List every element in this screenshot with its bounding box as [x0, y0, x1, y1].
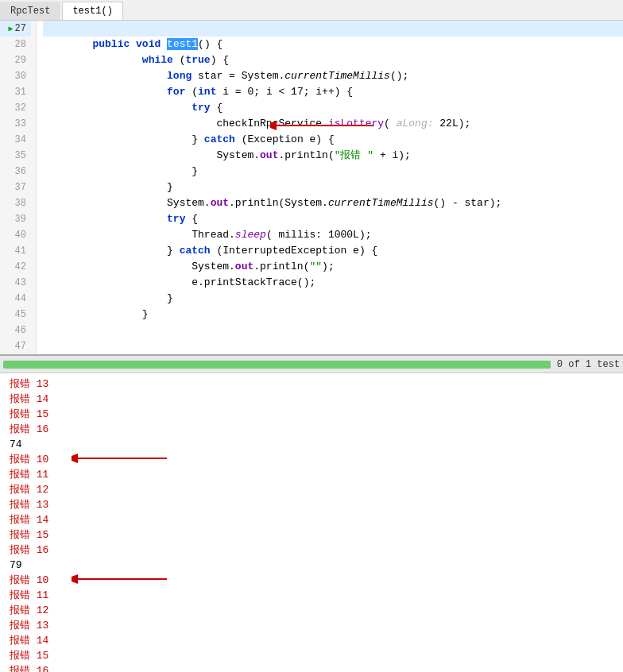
line-num-36: 36 — [0, 164, 31, 180]
line-num-41: 41 — [0, 243, 31, 259]
console-line-8: 报错 13 — [10, 497, 613, 512]
line-num-35: 35 — [0, 148, 31, 164]
line-num-37: 37 — [0, 180, 31, 195]
progress-bar-fill — [3, 361, 551, 369]
line-numbers: ▶27 28 29 30 31 32 33 34 35 36 37 38 39 … — [0, 21, 37, 354]
console-line-13: 报错 10 — [10, 573, 613, 588]
console-line-12: 79 — [10, 558, 613, 573]
code-line-27: public void test1() { — [43, 21, 623, 37]
tab-test1[interactable]: test1() — [62, 2, 122, 20]
progress-bar-track — [3, 361, 551, 369]
console-line-18: 报错 15 — [10, 648, 613, 663]
line-num-29: 29 — [0, 52, 31, 68]
code-editor: ▶27 28 29 30 31 32 33 34 35 36 37 38 39 … — [0, 21, 623, 356]
line-num-46: 46 — [0, 322, 31, 338]
line-num-40: 40 — [0, 227, 31, 243]
line-num-47: 47 — [0, 338, 31, 354]
line-num-32: 32 — [0, 100, 31, 116]
line-num-39: 39 — [0, 211, 31, 227]
line-num-33: 33 — [0, 116, 31, 132]
line-num-45: 45 — [0, 307, 31, 322]
console-line-4: 74 — [10, 437, 613, 452]
line-num-27: ▶27 — [0, 21, 31, 37]
line-num-30: 30 — [0, 68, 31, 84]
console-line-15: 报错 12 — [10, 603, 613, 618]
console-lines: 报错 13报错 14报错 15报错 1674报错 10报错 11报错 12报错 … — [10, 377, 613, 672]
console-line-3: 报错 16 — [10, 422, 613, 437]
line-num-34: 34 — [0, 132, 31, 148]
code-line-47 — [43, 338, 623, 354]
line-num-44: 44 — [0, 291, 31, 307]
console-line-14: 报错 11 — [10, 588, 613, 603]
console-line-0: 报错 13 — [10, 377, 613, 392]
progress-label: 0 of 1 test — [557, 359, 620, 370]
console-line-7: 报错 12 — [10, 482, 613, 497]
console-line-11: 报错 16 — [10, 543, 613, 558]
tab-bar: RpcTest test1() — [0, 0, 623, 21]
console-line-1: 报错 14 — [10, 392, 613, 407]
console-line-17: 报错 14 — [10, 633, 613, 648]
console-output[interactable]: 报错 13报错 14报错 15报错 1674报错 10报错 11报错 12报错 … — [0, 373, 623, 672]
line-num-43: 43 — [0, 275, 31, 291]
line-num-38: 38 — [0, 195, 31, 211]
console-line-19: 报错 16 — [10, 663, 613, 672]
line-num-28: 28 — [0, 37, 31, 52]
console-line-2: 报错 15 — [10, 407, 613, 422]
code-line-46 — [43, 322, 623, 338]
line-num-42: 42 — [0, 259, 31, 275]
run-arrow-icon: ▶ — [9, 24, 14, 33]
console-line-16: 报错 13 — [10, 618, 613, 633]
progress-bar-container: 0 of 1 test — [0, 356, 623, 373]
line-num-31: 31 — [0, 84, 31, 100]
code-line-33: } catch (Exception e) { — [43, 116, 623, 132]
tab-rpctest[interactable]: RpcTest — [0, 2, 60, 20]
console-line-5: 报错 10 — [10, 452, 613, 467]
console-line-9: 报错 14 — [10, 512, 613, 527]
console-line-6: 报错 11 — [10, 467, 613, 482]
code-content[interactable]: public void test1() { while (true) { lon… — [37, 21, 623, 354]
console-line-10: 报错 15 — [10, 527, 613, 543]
